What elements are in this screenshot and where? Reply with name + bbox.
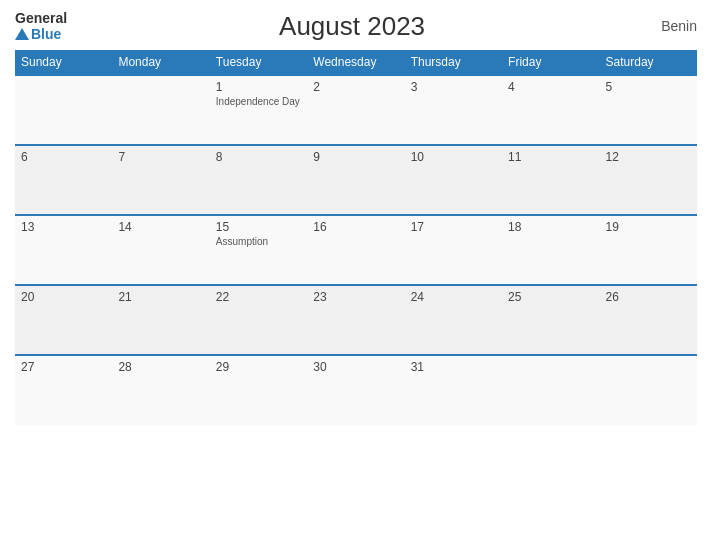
day-number: 16 xyxy=(313,220,398,234)
cell-week1-day3: 2 xyxy=(307,75,404,145)
cell-week4-day3: 23 xyxy=(307,285,404,355)
header-tuesday: Tuesday xyxy=(210,50,307,75)
day-number: 29 xyxy=(216,360,301,374)
weekday-header-row: Sunday Monday Tuesday Wednesday Thursday… xyxy=(15,50,697,75)
holiday-label: Assumption xyxy=(216,236,301,247)
week-row-2: 6789101112 xyxy=(15,145,697,215)
calendar-body: 1Independence Day23456789101112131415Ass… xyxy=(15,75,697,425)
day-number: 10 xyxy=(411,150,496,164)
cell-week5-day0: 27 xyxy=(15,355,112,425)
cell-week2-day3: 9 xyxy=(307,145,404,215)
cell-week3-day4: 17 xyxy=(405,215,502,285)
logo-blue-text: Blue xyxy=(15,26,61,42)
cell-week3-day5: 18 xyxy=(502,215,599,285)
calendar-page: General Blue August 2023 Benin Sunday Mo… xyxy=(0,0,712,550)
cell-week2-day1: 7 xyxy=(112,145,209,215)
day-number: 8 xyxy=(216,150,301,164)
week-row-3: 131415Assumption16171819 xyxy=(15,215,697,285)
day-number: 2 xyxy=(313,80,398,94)
day-number: 23 xyxy=(313,290,398,304)
week-row-5: 2728293031 xyxy=(15,355,697,425)
day-number: 17 xyxy=(411,220,496,234)
cell-week1-day2: 1Independence Day xyxy=(210,75,307,145)
cell-week2-day0: 6 xyxy=(15,145,112,215)
country-label: Benin xyxy=(637,18,697,34)
cell-week3-day3: 16 xyxy=(307,215,404,285)
week-row-1: 1Independence Day2345 xyxy=(15,75,697,145)
logo-general-text: General xyxy=(15,10,67,26)
header-wednesday: Wednesday xyxy=(307,50,404,75)
day-number: 25 xyxy=(508,290,593,304)
cell-week5-day2: 29 xyxy=(210,355,307,425)
cell-week5-day6 xyxy=(600,355,697,425)
week-row-4: 20212223242526 xyxy=(15,285,697,355)
cell-week4-day1: 21 xyxy=(112,285,209,355)
day-number: 1 xyxy=(216,80,301,94)
cell-week2-day4: 10 xyxy=(405,145,502,215)
day-number: 6 xyxy=(21,150,106,164)
logo: General Blue xyxy=(15,10,67,42)
cell-week4-day2: 22 xyxy=(210,285,307,355)
day-number: 3 xyxy=(411,80,496,94)
day-number: 11 xyxy=(508,150,593,164)
cell-week3-day1: 14 xyxy=(112,215,209,285)
cell-week4-day6: 26 xyxy=(600,285,697,355)
day-number: 12 xyxy=(606,150,691,164)
cell-week1-day4: 3 xyxy=(405,75,502,145)
day-number: 21 xyxy=(118,290,203,304)
day-number: 31 xyxy=(411,360,496,374)
calendar-title: August 2023 xyxy=(67,11,637,42)
cell-week1-day1 xyxy=(112,75,209,145)
header-sunday: Sunday xyxy=(15,50,112,75)
day-number: 18 xyxy=(508,220,593,234)
day-number: 28 xyxy=(118,360,203,374)
cell-week1-day5: 4 xyxy=(502,75,599,145)
day-number: 26 xyxy=(606,290,691,304)
day-number: 4 xyxy=(508,80,593,94)
cell-week2-day2: 8 xyxy=(210,145,307,215)
cell-week4-day4: 24 xyxy=(405,285,502,355)
cell-week1-day0 xyxy=(15,75,112,145)
cell-week5-day3: 30 xyxy=(307,355,404,425)
day-number: 9 xyxy=(313,150,398,164)
cell-week5-day4: 31 xyxy=(405,355,502,425)
day-number: 13 xyxy=(21,220,106,234)
day-number: 15 xyxy=(216,220,301,234)
day-number: 5 xyxy=(606,80,691,94)
cell-week4-day0: 20 xyxy=(15,285,112,355)
cell-week2-day5: 11 xyxy=(502,145,599,215)
header-saturday: Saturday xyxy=(600,50,697,75)
header: General Blue August 2023 Benin xyxy=(15,10,697,42)
day-number: 24 xyxy=(411,290,496,304)
cell-week3-day0: 13 xyxy=(15,215,112,285)
cell-week4-day5: 25 xyxy=(502,285,599,355)
day-number: 14 xyxy=(118,220,203,234)
cell-week2-day6: 12 xyxy=(600,145,697,215)
header-monday: Monday xyxy=(112,50,209,75)
calendar-table: Sunday Monday Tuesday Wednesday Thursday… xyxy=(15,50,697,425)
day-number: 20 xyxy=(21,290,106,304)
day-number: 30 xyxy=(313,360,398,374)
day-number: 7 xyxy=(118,150,203,164)
header-thursday: Thursday xyxy=(405,50,502,75)
cell-week1-day6: 5 xyxy=(600,75,697,145)
cell-week3-day6: 19 xyxy=(600,215,697,285)
day-number: 19 xyxy=(606,220,691,234)
cell-week5-day5 xyxy=(502,355,599,425)
cell-week5-day1: 28 xyxy=(112,355,209,425)
header-friday: Friday xyxy=(502,50,599,75)
day-number: 27 xyxy=(21,360,106,374)
cell-week3-day2: 15Assumption xyxy=(210,215,307,285)
logo-triangle-icon xyxy=(15,28,29,40)
holiday-label: Independence Day xyxy=(216,96,301,107)
day-number: 22 xyxy=(216,290,301,304)
